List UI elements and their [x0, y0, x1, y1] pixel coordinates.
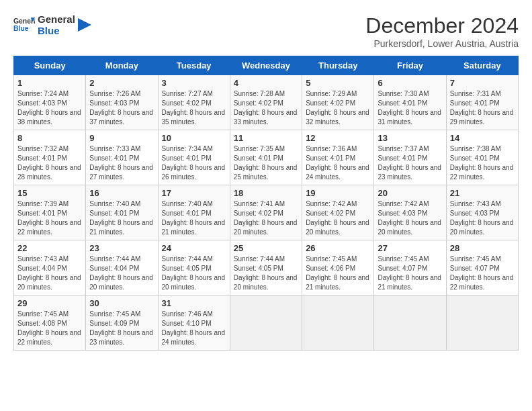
- calendar-cell: 8Sunrise: 7:32 AMSunset: 4:01 PMDaylight…: [14, 130, 86, 185]
- calendar-cell: 28Sunrise: 7:45 AMSunset: 4:07 PMDayligh…: [446, 240, 518, 295]
- day-number: 10: [162, 133, 226, 143]
- cell-content: Sunrise: 7:39 AMSunset: 4:01 PMDaylight:…: [17, 199, 82, 237]
- day-number: 7: [450, 78, 515, 88]
- cell-content: Sunrise: 7:41 AMSunset: 4:02 PMDaylight:…: [234, 199, 298, 237]
- logo-line1: General: [38, 13, 75, 25]
- cell-content: Sunrise: 7:24 AMSunset: 4:03 PMDaylight:…: [17, 89, 82, 127]
- logo-arrow-icon: [78, 18, 91, 32]
- calendar-cell: [446, 295, 518, 351]
- cell-content: Sunrise: 7:45 AMSunset: 4:06 PMDaylight:…: [306, 255, 370, 292]
- calendar-cell: 10Sunrise: 7:34 AMSunset: 4:01 PMDayligh…: [158, 130, 230, 185]
- day-number: 23: [89, 243, 154, 253]
- calendar-cell: 24Sunrise: 7:44 AMSunset: 4:05 PMDayligh…: [158, 240, 230, 295]
- calendar-cell: 25Sunrise: 7:44 AMSunset: 4:05 PMDayligh…: [230, 240, 302, 295]
- calendar-cell: 13Sunrise: 7:37 AMSunset: 4:01 PMDayligh…: [374, 130, 446, 185]
- cell-content: Sunrise: 7:30 AMSunset: 4:01 PMDaylight:…: [378, 89, 442, 127]
- cell-content: Sunrise: 7:36 AMSunset: 4:01 PMDaylight:…: [306, 144, 370, 182]
- day-number: 19: [306, 188, 370, 198]
- day-header: Friday: [374, 56, 446, 75]
- day-number: 27: [378, 243, 442, 253]
- day-number: 2: [89, 78, 154, 88]
- cell-content: Sunrise: 7:42 AMSunset: 4:02 PMDaylight:…: [306, 199, 370, 237]
- day-number: 22: [17, 243, 82, 253]
- day-number: 9: [89, 133, 154, 143]
- cell-content: Sunrise: 7:45 AMSunset: 4:07 PMDaylight:…: [450, 255, 515, 292]
- page-header: General Blue General Blue December 2024 …: [13, 13, 519, 49]
- calendar-cell: 3Sunrise: 7:27 AMSunset: 4:02 PMDaylight…: [158, 75, 230, 130]
- day-number: 31: [162, 298, 226, 308]
- cell-content: Sunrise: 7:37 AMSunset: 4:01 PMDaylight:…: [378, 144, 442, 182]
- calendar-cell: 1Sunrise: 7:24 AMSunset: 4:03 PMDaylight…: [14, 75, 86, 130]
- day-number: 21: [450, 188, 515, 198]
- calendar-cell: [374, 295, 446, 351]
- cell-content: Sunrise: 7:31 AMSunset: 4:01 PMDaylight:…: [450, 89, 515, 127]
- cell-content: Sunrise: 7:43 AMSunset: 4:03 PMDaylight:…: [450, 199, 515, 237]
- calendar-header: SundayMondayTuesdayWednesdayThursdayFrid…: [14, 56, 519, 75]
- calendar-cell: 2Sunrise: 7:26 AMSunset: 4:03 PMDaylight…: [86, 75, 158, 130]
- day-number: 16: [89, 188, 154, 198]
- day-number: 30: [89, 298, 154, 308]
- cell-content: Sunrise: 7:38 AMSunset: 4:01 PMDaylight:…: [450, 144, 515, 182]
- day-number: 29: [17, 298, 82, 308]
- calendar-cell: 27Sunrise: 7:45 AMSunset: 4:07 PMDayligh…: [374, 240, 446, 295]
- cell-content: Sunrise: 7:27 AMSunset: 4:02 PMDaylight:…: [162, 89, 226, 127]
- svg-text:Blue: Blue: [13, 25, 29, 32]
- day-number: 14: [450, 133, 515, 143]
- calendar-cell: 22Sunrise: 7:43 AMSunset: 4:04 PMDayligh…: [14, 240, 86, 295]
- day-number: 3: [162, 78, 226, 88]
- cell-content: Sunrise: 7:46 AMSunset: 4:10 PMDaylight:…: [162, 310, 226, 347]
- calendar-week-row: 22Sunrise: 7:43 AMSunset: 4:04 PMDayligh…: [14, 240, 519, 295]
- cell-content: Sunrise: 7:34 AMSunset: 4:01 PMDaylight:…: [162, 144, 226, 182]
- calendar-cell: 31Sunrise: 7:46 AMSunset: 4:10 PMDayligh…: [158, 295, 230, 351]
- calendar-body: 1Sunrise: 7:24 AMSunset: 4:03 PMDaylight…: [14, 75, 519, 351]
- calendar-week-row: 8Sunrise: 7:32 AMSunset: 4:01 PMDaylight…: [14, 130, 519, 185]
- calendar-cell: 29Sunrise: 7:45 AMSunset: 4:08 PMDayligh…: [14, 295, 86, 351]
- calendar-cell: 11Sunrise: 7:35 AMSunset: 4:01 PMDayligh…: [230, 130, 302, 185]
- logo-icon: General Blue: [13, 15, 35, 34]
- calendar-cell: [230, 295, 302, 351]
- cell-content: Sunrise: 7:44 AMSunset: 4:04 PMDaylight:…: [89, 255, 154, 292]
- cell-content: Sunrise: 7:44 AMSunset: 4:05 PMDaylight:…: [162, 255, 226, 292]
- day-header: Sunday: [14, 56, 86, 75]
- calendar-cell: 20Sunrise: 7:42 AMSunset: 4:03 PMDayligh…: [374, 185, 446, 240]
- calendar-cell: 18Sunrise: 7:41 AMSunset: 4:02 PMDayligh…: [230, 185, 302, 240]
- calendar-cell: 9Sunrise: 7:33 AMSunset: 4:01 PMDaylight…: [86, 130, 158, 185]
- cell-content: Sunrise: 7:35 AMSunset: 4:01 PMDaylight:…: [234, 144, 298, 182]
- month-title: December 2024: [365, 13, 519, 38]
- day-number: 8: [17, 133, 82, 143]
- cell-content: Sunrise: 7:43 AMSunset: 4:04 PMDaylight:…: [17, 255, 82, 292]
- day-header: Saturday: [446, 56, 518, 75]
- calendar-cell: 21Sunrise: 7:43 AMSunset: 4:03 PMDayligh…: [446, 185, 518, 240]
- day-number: 24: [162, 243, 226, 253]
- day-number: 25: [234, 243, 298, 253]
- day-number: 18: [234, 188, 298, 198]
- calendar-cell: 4Sunrise: 7:28 AMSunset: 4:02 PMDaylight…: [230, 75, 302, 130]
- cell-content: Sunrise: 7:40 AMSunset: 4:01 PMDaylight:…: [162, 199, 226, 237]
- location-subtitle: Purkersdorf, Lower Austria, Austria: [365, 38, 519, 49]
- cell-content: Sunrise: 7:32 AMSunset: 4:01 PMDaylight:…: [17, 144, 82, 182]
- day-number: 11: [234, 133, 298, 143]
- day-number: 28: [450, 243, 515, 253]
- calendar-cell: 23Sunrise: 7:44 AMSunset: 4:04 PMDayligh…: [86, 240, 158, 295]
- calendar-table: SundayMondayTuesdayWednesdayThursdayFrid…: [13, 56, 519, 351]
- cell-content: Sunrise: 7:45 AMSunset: 4:07 PMDaylight:…: [378, 255, 442, 292]
- day-number: 20: [378, 188, 442, 198]
- calendar-week-row: 1Sunrise: 7:24 AMSunset: 4:03 PMDaylight…: [14, 75, 519, 130]
- calendar-cell: 12Sunrise: 7:36 AMSunset: 4:01 PMDayligh…: [302, 130, 374, 185]
- calendar-cell: [302, 295, 374, 351]
- day-number: 5: [306, 78, 370, 88]
- day-number: 17: [162, 188, 226, 198]
- calendar-cell: 14Sunrise: 7:38 AMSunset: 4:01 PMDayligh…: [446, 130, 518, 185]
- day-header: Monday: [86, 56, 158, 75]
- day-number: 13: [378, 133, 442, 143]
- calendar-cell: 17Sunrise: 7:40 AMSunset: 4:01 PMDayligh…: [158, 185, 230, 240]
- day-number: 12: [306, 133, 370, 143]
- cell-content: Sunrise: 7:44 AMSunset: 4:05 PMDaylight:…: [234, 255, 298, 292]
- day-header: Wednesday: [230, 56, 302, 75]
- day-number: 4: [234, 78, 298, 88]
- title-block: December 2024 Purkersdorf, Lower Austria…: [365, 13, 519, 49]
- day-number: 26: [306, 243, 370, 253]
- cell-content: Sunrise: 7:33 AMSunset: 4:01 PMDaylight:…: [89, 144, 154, 182]
- cell-content: Sunrise: 7:42 AMSunset: 4:03 PMDaylight:…: [378, 199, 442, 237]
- calendar-cell: 16Sunrise: 7:40 AMSunset: 4:01 PMDayligh…: [86, 185, 158, 240]
